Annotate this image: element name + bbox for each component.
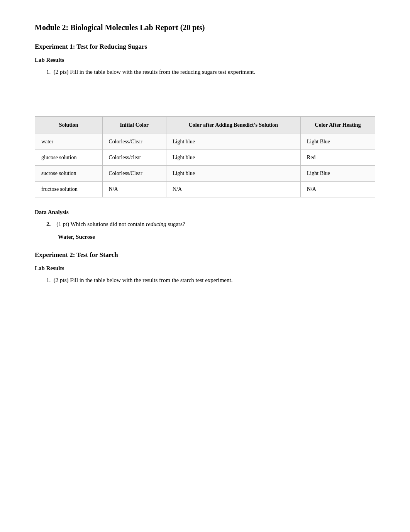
table-row: sucrose solution Colorless/Clear Light b…: [35, 166, 375, 182]
table-row: glucose solution Colorless/clear Light b…: [35, 150, 375, 166]
row3-solution: sucrose solution: [35, 166, 103, 182]
reducing-sugars-table-wrapper: Solution Initial Color Color after Addin…: [35, 116, 375, 197]
question-2-text: (1 pt) Which solutions did not contain: [56, 221, 146, 227]
main-title: Module 2: Biological Molecules Lab Repor…: [35, 23, 375, 32]
table-header-row: Solution Initial Color Color after Addin…: [35, 117, 375, 134]
data-analysis-section: Data Analysis 2. (1 pt) Which solutions …: [35, 209, 375, 240]
col-solution: Solution: [35, 117, 103, 134]
answer-2: Water, Sucrose: [58, 234, 375, 240]
instruction-2-text: (2 pts) Fill in the table below with the…: [54, 277, 233, 283]
row2-solution: glucose solution: [35, 150, 103, 166]
row1-solution: water: [35, 134, 103, 150]
data-analysis-label: Data Analysis: [35, 209, 375, 216]
col-color-after-adding: Color after Adding Benedict’s Solution: [166, 117, 300, 134]
instruction-2: 1. (2 pts) Fill in the table below with …: [46, 277, 375, 284]
reducing-sugars-table: Solution Initial Color Color after Addin…: [35, 116, 375, 197]
table-row: water Colorless/Clear Light blue Light B…: [35, 134, 375, 150]
experiment1-title: Experiment 1: Test for Reducing Sugars: [35, 43, 375, 51]
col-color-after-heating: Color After Heating: [300, 117, 375, 134]
row3-after-adding: Light blue: [166, 166, 300, 182]
table-row: fructose solution N/A N/A N/A: [35, 182, 375, 197]
question-2-italic: reducing: [146, 221, 166, 227]
experiment1-section: Experiment 1: Test for Reducing Sugars L…: [35, 43, 375, 240]
row4-solution: fructose solution: [35, 182, 103, 197]
instruction-1: 1. (2 pts) Fill in the table below with …: [46, 69, 375, 75]
question-2-text-after: sugars?: [166, 221, 185, 227]
row3-initial: Colorless/Clear: [102, 166, 166, 182]
question-2-num: 2.: [46, 221, 51, 227]
row1-after-adding: Light blue: [166, 134, 300, 150]
lab-results-label-1: Lab Results: [35, 57, 375, 63]
row1-after-heating: Light Blue: [300, 134, 375, 150]
row1-initial: Colorless/Clear: [102, 134, 166, 150]
row4-initial: N/A: [102, 182, 166, 197]
question-2: 2. (1 pt) Which solutions did not contai…: [46, 221, 375, 228]
instruction-1-text: (2 pts) Fill in the table below with the…: [54, 69, 255, 75]
col-initial-color: Initial Color: [102, 117, 166, 134]
row2-initial: Colorless/clear: [102, 150, 166, 166]
row2-after-heating: Red: [300, 150, 375, 166]
experiment2-section: Experiment 2: Test for Starch Lab Result…: [35, 251, 375, 284]
row3-after-heating: Light Blue: [300, 166, 375, 182]
row4-after-heating: N/A: [300, 182, 375, 197]
experiment2-title: Experiment 2: Test for Starch: [35, 251, 375, 259]
row2-after-adding: Light blue: [166, 150, 300, 166]
row4-after-adding: N/A: [166, 182, 300, 197]
lab-results-label-2: Lab Results: [35, 265, 375, 272]
